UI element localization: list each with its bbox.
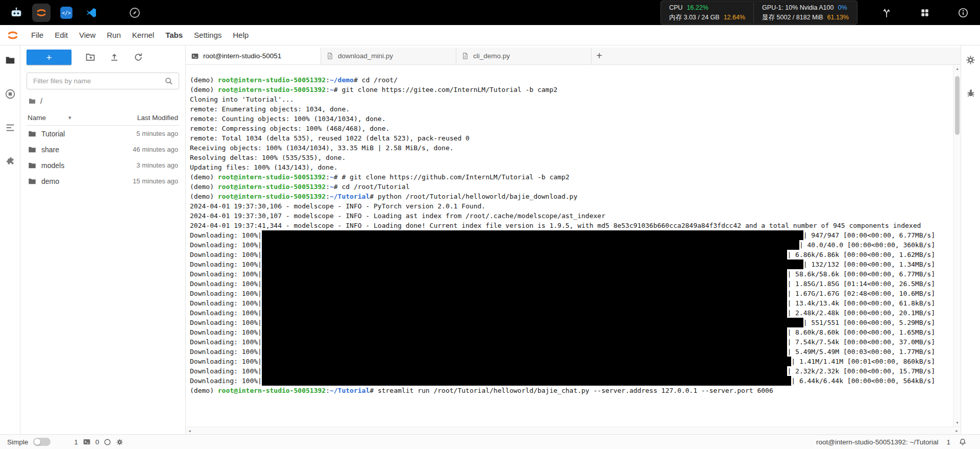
current-session-path[interactable]: root@intern-studio-50051392: ~/Tutorial bbox=[816, 438, 938, 446]
menu-help[interactable]: Help bbox=[227, 28, 254, 42]
right-sidebar-strip bbox=[961, 45, 980, 434]
terminal-output: (demo) root@intern-studio-50051392:~/dem… bbox=[186, 65, 953, 427]
vscode-icon[interactable] bbox=[82, 4, 101, 22]
file-filter-input[interactable] bbox=[32, 77, 164, 85]
terminal-line: Resolving deltas: 100% (535/535), done. bbox=[190, 153, 953, 162]
file-modified: 5 minutes ago bbox=[136, 130, 178, 137]
cpu-value: 16.22% bbox=[687, 3, 708, 12]
redacted-progress-bar bbox=[262, 318, 803, 327]
file-filter-box bbox=[27, 73, 179, 89]
jupyter-logo bbox=[6, 29, 19, 42]
gpu-stats-block: GPU-1: 10% Nvidia A100 0% 显存 5002 / 8182… bbox=[753, 3, 857, 22]
table-of-contents-icon[interactable] bbox=[5, 122, 16, 133]
apps-grid-icon[interactable] bbox=[920, 8, 930, 18]
file-name: share bbox=[41, 146, 59, 154]
redacted-progress-bar bbox=[262, 298, 788, 308]
toggle-knob bbox=[34, 439, 40, 445]
running-kernels-icon[interactable] bbox=[5, 88, 16, 100]
column-last-modified[interactable]: Last Modified bbox=[137, 114, 178, 122]
upload-icon[interactable] bbox=[109, 52, 119, 62]
new-launcher-button[interactable]: + bbox=[27, 50, 71, 65]
terminal-line: Receiving objects: 100% (1034/1034), 33.… bbox=[190, 143, 953, 153]
terminal-progress-line: Downloading: 100%|| 132/132 [00:00<00:00… bbox=[190, 259, 935, 269]
redacted-progress-bar bbox=[262, 357, 791, 366]
info-icon[interactable] bbox=[958, 7, 969, 18]
redacted-progress-bar bbox=[262, 240, 799, 250]
refresh-icon[interactable] bbox=[133, 52, 143, 62]
file-row-models[interactable]: models 3 minutes ago bbox=[27, 157, 179, 173]
menu-settings[interactable]: Settings bbox=[188, 28, 227, 42]
file-row-share[interactable]: share 46 minutes ago bbox=[27, 141, 179, 157]
menu-run[interactable]: Run bbox=[101, 28, 127, 42]
menu-kernel[interactable]: Kernel bbox=[127, 28, 160, 42]
tab-label: root@intern-studio-50051 bbox=[203, 52, 281, 60]
file-browser-toolbar: + bbox=[27, 50, 179, 65]
menu-view[interactable]: View bbox=[74, 28, 101, 42]
internstudio-logo[interactable] bbox=[7, 4, 26, 22]
top-bar-app-icons: </> bbox=[7, 4, 144, 22]
file-browser-listing: Tutorial 5 minutes ago share 46 minutes … bbox=[27, 126, 179, 189]
tab-cli-demo-py[interactable]: cli_demo.py bbox=[456, 48, 592, 64]
simple-mode-toggle[interactable] bbox=[33, 438, 51, 446]
vertical-scrollbar[interactable]: ▴ ▾ bbox=[953, 65, 961, 427]
scroll-up-arrow[interactable]: ▴ bbox=[953, 65, 961, 73]
redacted-progress-bar bbox=[262, 250, 788, 259]
scroll-left-arrow[interactable]: ◂ bbox=[186, 427, 193, 435]
terminal-line: remote: Counting objects: 100% (1034/103… bbox=[190, 114, 953, 124]
horizontal-scrollbar[interactable]: ◂ ▸ bbox=[186, 427, 961, 434]
tab-label: cli_demo.py bbox=[473, 52, 510, 60]
resource-monitor-panel: CPU 16.22% 内存 3.03 / 24 GB 12.64% GPU-1:… bbox=[660, 1, 857, 24]
status-bar: Simple 1 0 bbox=[0, 434, 980, 449]
running-sessions-status[interactable]: 1 0 bbox=[74, 438, 124, 446]
terminal-line: (demo) root@intern-studio-50051392:~/dem… bbox=[190, 75, 953, 85]
debugger-bug-icon[interactable] bbox=[966, 88, 976, 98]
compass-icon[interactable] bbox=[126, 4, 144, 22]
redacted-progress-bar bbox=[262, 259, 803, 269]
file-icon bbox=[326, 52, 334, 60]
redacted-progress-bar bbox=[262, 327, 788, 337]
scroll-down-arrow[interactable]: ▾ bbox=[953, 419, 961, 427]
menu-bar: FileEditViewRunKernelTabsSettingsHelp bbox=[0, 25, 980, 45]
column-name[interactable]: Name bbox=[28, 114, 46, 122]
folder-icon[interactable] bbox=[5, 55, 16, 66]
simple-mode-label: Simple bbox=[7, 438, 28, 446]
top-bar: </> CPU 16.22% 内存 3.03 / 24 GB 12.64% bbox=[0, 0, 980, 25]
left-sidebar-strip bbox=[0, 45, 20, 434]
jupyter-launcher-icon[interactable] bbox=[32, 4, 51, 22]
code-server-icon[interactable]: </> bbox=[57, 4, 76, 22]
vertical-scrollbar-thumb[interactable] bbox=[955, 76, 960, 135]
vram-value: 61.13% bbox=[827, 13, 849, 22]
tab-root-intern-studio-50051[interactable]: root@intern-studio-50051 bbox=[186, 48, 321, 64]
redacted-progress-bar bbox=[262, 308, 788, 318]
new-folder-icon[interactable] bbox=[85, 52, 95, 62]
folder-icon bbox=[28, 129, 37, 138]
terminal-line: (demo) root@intern-studio-50051392:~# cd… bbox=[190, 182, 953, 192]
terminals-count: 1 bbox=[74, 438, 78, 446]
terminal-progress-line: Downloading: 100%|| 8.60k/8.60k [00:00<0… bbox=[190, 327, 935, 337]
breadcrumb[interactable]: / bbox=[27, 97, 179, 105]
breadcrumb-root[interactable]: / bbox=[40, 97, 42, 105]
menu-tabs[interactable]: Tabs bbox=[160, 28, 188, 42]
terminal-line: remote: Enumerating objects: 1034, done. bbox=[190, 104, 953, 114]
menu-edit[interactable]: Edit bbox=[49, 28, 74, 42]
menu-file[interactable]: File bbox=[26, 28, 49, 42]
terminal-line: Updating files: 100% (143/143), done. bbox=[190, 162, 953, 172]
bell-icon[interactable] bbox=[959, 438, 967, 446]
extensions-icon[interactable] bbox=[5, 156, 16, 167]
scroll-right-arrow[interactable]: ▸ bbox=[953, 427, 961, 435]
search-icon bbox=[164, 77, 174, 86]
sort-caret-icon[interactable]: ▾ bbox=[68, 115, 71, 121]
settings-gear-icon[interactable] bbox=[116, 438, 124, 446]
file-row-demo[interactable]: demo 15 minutes ago bbox=[27, 173, 179, 189]
gear-icon[interactable] bbox=[965, 55, 976, 65]
terminal-progress-line: Downloading: 100%|| 5.49M/5.49M [00:03<0… bbox=[190, 347, 935, 357]
terminal-progress-line: Downloading: 100%|| 13.4k/13.4k [00:00<0… bbox=[190, 298, 935, 308]
file-row-tutorial[interactable]: Tutorial 5 minutes ago bbox=[27, 126, 179, 141]
tab-download-mini-py[interactable]: download_mini.py bbox=[321, 48, 456, 64]
dock-panel: root@intern-studio-50051 download_mini.p… bbox=[186, 45, 961, 434]
notifications-count: 1 bbox=[946, 438, 950, 446]
file-name: Tutorial bbox=[41, 130, 65, 138]
share-icon[interactable] bbox=[881, 7, 892, 18]
tab-label: download_mini.py bbox=[338, 52, 393, 60]
new-tab-button[interactable]: + bbox=[592, 48, 607, 64]
